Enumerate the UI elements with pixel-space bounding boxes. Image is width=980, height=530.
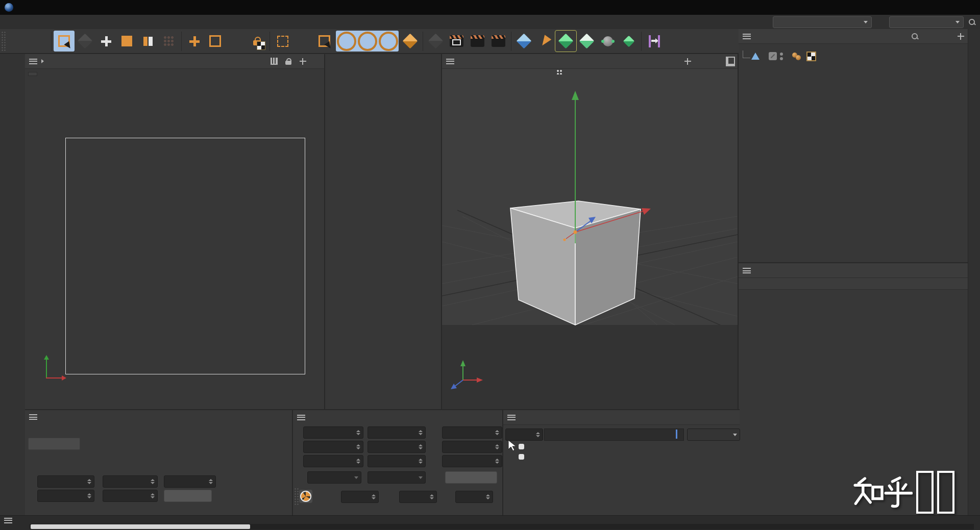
scrollbar-thumb[interactable] <box>31 524 250 529</box>
magnet-tool-button[interactable] <box>158 31 179 52</box>
spline-pen-button[interactable] <box>534 31 555 52</box>
position-u-field[interactable] <box>303 426 363 439</box>
transform-apply-button[interactable] <box>164 490 212 502</box>
scale-w-field[interactable] <box>368 455 426 467</box>
stepper-icon[interactable] <box>209 479 213 484</box>
filter-icon[interactable] <box>941 32 950 40</box>
mesh-edit-button[interactable] <box>576 31 597 52</box>
panel-menu-icon[interactable] <box>29 59 37 64</box>
close-button[interactable] <box>957 0 980 15</box>
minimize-button[interactable] <box>910 0 933 15</box>
coords-apply-button[interactable] <box>445 471 497 484</box>
timeline-scrollbar[interactable] <box>30 524 974 529</box>
scale-v-field[interactable] <box>368 441 426 453</box>
stepper-icon[interactable] <box>87 479 91 484</box>
dock-icon[interactable] <box>312 57 322 65</box>
lock-icon[interactable] <box>284 57 293 65</box>
scale-u-field[interactable] <box>368 426 426 439</box>
path-up-icon[interactable] <box>925 32 935 40</box>
stepper-icon[interactable] <box>430 494 434 499</box>
viewport-3d-scene[interactable] <box>442 78 738 409</box>
tweak-mode-button[interactable] <box>75 31 95 52</box>
position-v-field[interactable] <box>303 441 363 453</box>
panel-menu-icon[interactable] <box>446 59 454 64</box>
edit-toggle-icon[interactable] <box>769 52 777 60</box>
stepper-icon[interactable] <box>151 493 155 498</box>
stepper-icon[interactable] <box>372 494 376 499</box>
layout-select[interactable] <box>889 16 964 28</box>
panel-menu-icon[interactable] <box>743 34 751 39</box>
move-tool-button[interactable] <box>184 31 205 52</box>
uv-canvas[interactable] <box>65 138 305 374</box>
primitive-cube-button[interactable] <box>513 31 534 52</box>
search-icon[interactable] <box>910 32 919 40</box>
visibility-dots-icon[interactable] <box>780 53 783 60</box>
coordinate-system-button[interactable] <box>400 31 421 52</box>
mirror-tool-button[interactable] <box>137 31 158 52</box>
rotation-angle-field[interactable] <box>442 426 502 439</box>
stepper-icon[interactable] <box>356 430 360 435</box>
make-editable-button[interactable] <box>555 31 576 52</box>
panel-menu-icon[interactable] <box>4 518 12 523</box>
texture-value-field[interactable] <box>341 491 379 503</box>
texture-rotate-icon[interactable] <box>299 490 312 503</box>
move-x-field[interactable] <box>37 475 94 488</box>
object-mode-select[interactable] <box>307 471 361 484</box>
panel-menu-icon[interactable] <box>297 415 305 420</box>
point-edit-button[interactable] <box>597 31 618 52</box>
material-filter-select[interactable] <box>687 428 740 441</box>
zoom-view-icon[interactable] <box>697 57 706 65</box>
object-tree-row[interactable] <box>739 50 968 62</box>
rotate-angle-field[interactable] <box>164 475 216 488</box>
marquee-selection-button[interactable] <box>272 31 293 52</box>
stepper-icon[interactable] <box>356 444 360 449</box>
toolbar-grip[interactable] <box>1 31 6 52</box>
uvw-tag-icon[interactable] <box>806 52 816 61</box>
uv-transform-button[interactable] <box>95 31 116 52</box>
cursor-select-button[interactable] <box>314 31 335 52</box>
histogram-icon[interactable] <box>270 57 279 65</box>
redo-button[interactable] <box>28 31 49 52</box>
stepper-icon[interactable] <box>495 430 499 435</box>
scale-x-field[interactable] <box>103 475 158 488</box>
menu-overflow-icon[interactable] <box>41 59 44 63</box>
stepper-icon[interactable] <box>419 430 423 435</box>
workplane-button[interactable] <box>644 31 665 52</box>
material-thumb-1[interactable] <box>519 444 524 449</box>
x-axis-button[interactable] <box>336 31 357 52</box>
z-axis-button[interactable] <box>378 31 399 52</box>
pan-icon[interactable] <box>298 57 307 65</box>
stepper-icon[interactable] <box>151 479 155 484</box>
material-zoom-field[interactable] <box>505 428 543 441</box>
live-selection-button[interactable] <box>54 31 75 52</box>
volume-builder-button[interactable] <box>618 31 639 52</box>
stepper-icon[interactable] <box>419 459 423 464</box>
axis-lock-button[interactable] <box>247 31 267 52</box>
stepper-icon[interactable] <box>419 444 423 449</box>
pan-view-icon[interactable] <box>683 57 692 65</box>
uv-scale-button[interactable] <box>116 31 137 52</box>
material-thumb-2[interactable] <box>519 454 524 460</box>
scale-step-field[interactable] <box>455 491 493 503</box>
render-queue-button[interactable] <box>467 31 488 52</box>
undo-button[interactable] <box>7 31 28 52</box>
panel-menu-icon[interactable] <box>507 415 516 420</box>
scale-y-field[interactable] <box>103 490 158 502</box>
stepper-icon[interactable] <box>356 459 360 464</box>
render-settings-button[interactable] <box>488 31 509 52</box>
add-panel-icon[interactable] <box>956 32 965 40</box>
uv-commands-tab[interactable] <box>28 438 80 450</box>
render-active-view-button[interactable] <box>446 31 467 52</box>
material-scroll-bar[interactable] <box>544 428 684 441</box>
rotate-step-field[interactable] <box>399 491 437 503</box>
node-space-select[interactable] <box>773 16 872 28</box>
search-icon[interactable] <box>968 18 976 26</box>
toggle-view-icon[interactable] <box>726 57 735 65</box>
size-mode-select[interactable] <box>368 471 426 484</box>
y-axis-button[interactable] <box>357 31 378 52</box>
maximize-button[interactable] <box>933 0 957 15</box>
panel-menu-icon[interactable] <box>743 268 751 273</box>
rotate-tool-button[interactable] <box>226 31 247 52</box>
move-y-field[interactable] <box>37 490 94 502</box>
psr-reset-button[interactable] <box>293 31 314 52</box>
